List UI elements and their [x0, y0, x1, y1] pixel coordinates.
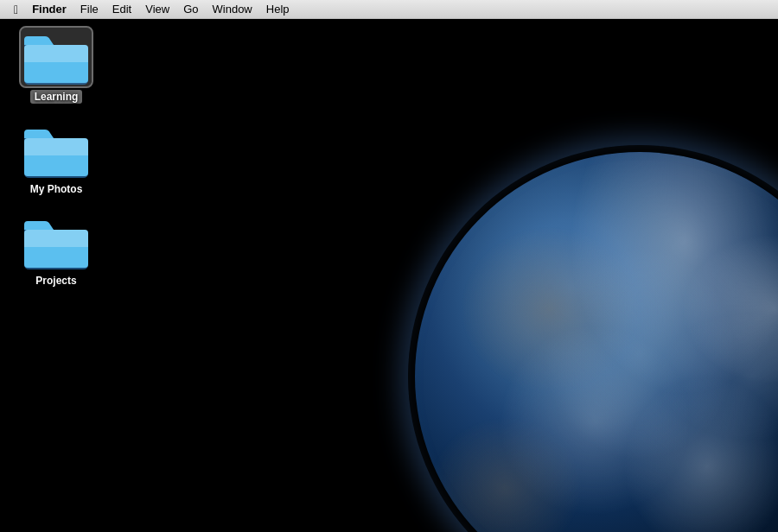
edit-menu[interactable]: Edit	[105, 0, 138, 19]
finder-menu[interactable]: Finder	[25, 0, 73, 19]
icons-area: Learning My Photos	[0, 19, 112, 313]
folder-learning[interactable]: Learning	[9, 28, 104, 104]
window-menu[interactable]: Window	[206, 0, 259, 19]
earth-background	[294, 19, 778, 532]
view-menu[interactable]: View	[138, 0, 176, 19]
folder-my-photos[interactable]: My Photos	[9, 121, 104, 195]
help-menu[interactable]: Help	[259, 0, 297, 19]
folder-learning-label: Learning	[30, 90, 83, 104]
desktop: Learning My Photos	[0, 19, 778, 532]
menubar:  Finder File Edit View Go Window Help	[0, 0, 778, 19]
go-menu[interactable]: Go	[176, 0, 205, 19]
folder-learning-icon	[21, 28, 92, 86]
folder-projects-label: Projects	[35, 275, 76, 287]
folder-my-photos-icon	[21, 121, 92, 180]
file-menu[interactable]: File	[73, 0, 105, 19]
folder-projects[interactable]: Projects	[9, 212, 104, 287]
apple-menu[interactable]: 	[7, 0, 25, 19]
folder-projects-icon	[21, 212, 92, 271]
folder-my-photos-label: My Photos	[30, 183, 83, 195]
